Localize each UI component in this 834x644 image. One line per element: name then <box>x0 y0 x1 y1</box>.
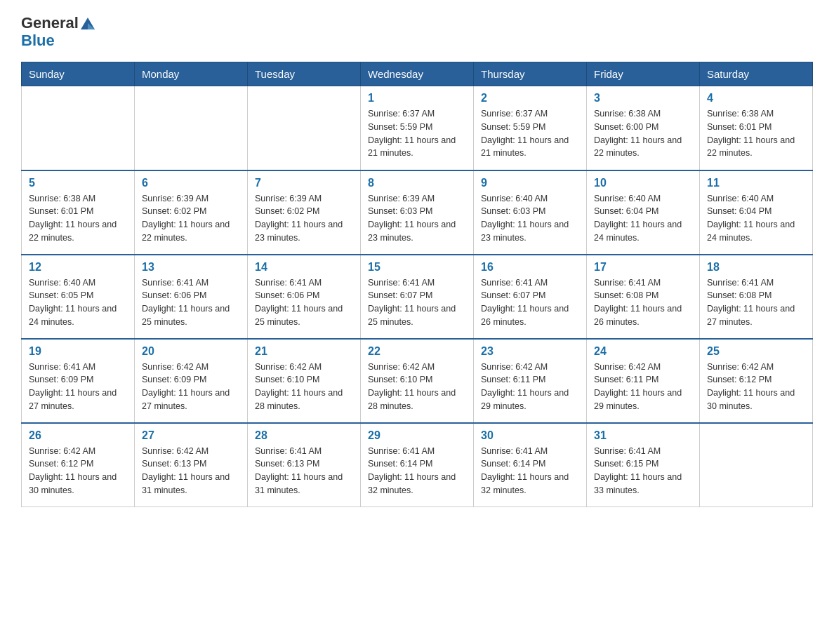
day-info: Sunrise: 6:41 AM Sunset: 6:14 PM Dayligh… <box>481 445 579 497</box>
day-info: Sunrise: 6:38 AM Sunset: 6:01 PM Dayligh… <box>707 107 805 160</box>
calendar-week-row: 12Sunrise: 6:40 AM Sunset: 6:05 PM Dayli… <box>22 255 813 339</box>
day-number: 7 <box>255 177 353 189</box>
day-info: Sunrise: 6:42 AM Sunset: 6:13 PM Dayligh… <box>142 445 240 497</box>
page-header: GeneralBlue <box>21 14 813 49</box>
day-info: Sunrise: 6:40 AM Sunset: 6:05 PM Dayligh… <box>29 276 127 329</box>
day-number: 9 <box>481 177 579 189</box>
calendar-cell: 21Sunrise: 6:42 AM Sunset: 6:10 PM Dayli… <box>248 339 361 423</box>
day-info: Sunrise: 6:40 AM Sunset: 6:03 PM Dayligh… <box>481 192 579 245</box>
day-info: Sunrise: 6:37 AM Sunset: 5:59 PM Dayligh… <box>481 107 579 160</box>
day-number: 23 <box>481 345 579 358</box>
calendar-cell <box>22 86 135 170</box>
day-info: Sunrise: 6:42 AM Sunset: 6:09 PM Dayligh… <box>142 361 240 413</box>
calendar-cell: 7Sunrise: 6:39 AM Sunset: 6:02 PM Daylig… <box>248 170 361 255</box>
day-info: Sunrise: 6:41 AM Sunset: 6:06 PM Dayligh… <box>142 276 240 329</box>
calendar-cell: 22Sunrise: 6:42 AM Sunset: 6:10 PM Dayli… <box>361 339 474 423</box>
calendar-header-row: SundayMondayTuesdayWednesdayThursdayFrid… <box>22 62 813 86</box>
day-number: 2 <box>481 92 579 105</box>
calendar-cell: 14Sunrise: 6:41 AM Sunset: 6:06 PM Dayli… <box>248 255 361 339</box>
day-info: Sunrise: 6:42 AM Sunset: 6:11 PM Dayligh… <box>481 361 579 413</box>
calendar-cell: 18Sunrise: 6:41 AM Sunset: 6:08 PM Dayli… <box>700 255 813 339</box>
calendar-cell <box>700 423 813 507</box>
calendar-cell: 6Sunrise: 6:39 AM Sunset: 6:02 PM Daylig… <box>135 170 248 255</box>
day-info: Sunrise: 6:41 AM Sunset: 6:08 PM Dayligh… <box>594 276 692 329</box>
day-info: Sunrise: 6:41 AM Sunset: 6:14 PM Dayligh… <box>368 445 466 497</box>
calendar-week-row: 26Sunrise: 6:42 AM Sunset: 6:12 PM Dayli… <box>22 423 813 507</box>
day-info: Sunrise: 6:39 AM Sunset: 6:02 PM Dayligh… <box>142 192 240 245</box>
day-number: 4 <box>707 92 805 105</box>
day-number: 13 <box>142 261 240 274</box>
day-header-wednesday: Wednesday <box>361 62 474 86</box>
calendar-cell: 31Sunrise: 6:41 AM Sunset: 6:15 PM Dayli… <box>587 423 700 507</box>
day-number: 18 <box>707 261 805 274</box>
day-number: 15 <box>368 261 466 274</box>
day-number: 12 <box>29 261 127 274</box>
calendar-cell: 12Sunrise: 6:40 AM Sunset: 6:05 PM Dayli… <box>22 255 135 339</box>
calendar-cell: 20Sunrise: 6:42 AM Sunset: 6:09 PM Dayli… <box>135 339 248 423</box>
calendar-cell: 4Sunrise: 6:38 AM Sunset: 6:01 PM Daylig… <box>700 86 813 170</box>
day-number: 29 <box>368 429 466 442</box>
day-info: Sunrise: 6:42 AM Sunset: 6:10 PM Dayligh… <box>368 361 466 413</box>
day-number: 31 <box>594 429 692 442</box>
day-number: 26 <box>29 429 127 442</box>
calendar-cell: 28Sunrise: 6:41 AM Sunset: 6:13 PM Dayli… <box>248 423 361 507</box>
day-number: 6 <box>142 177 240 189</box>
day-info: Sunrise: 6:41 AM Sunset: 6:06 PM Dayligh… <box>255 276 353 329</box>
calendar-cell: 16Sunrise: 6:41 AM Sunset: 6:07 PM Dayli… <box>474 255 587 339</box>
day-number: 22 <box>368 345 466 358</box>
calendar-cell: 30Sunrise: 6:41 AM Sunset: 6:14 PM Dayli… <box>474 423 587 507</box>
calendar-cell: 2Sunrise: 6:37 AM Sunset: 5:59 PM Daylig… <box>474 86 587 170</box>
day-number: 10 <box>594 177 692 189</box>
calendar-week-row: 5Sunrise: 6:38 AM Sunset: 6:01 PM Daylig… <box>22 170 813 255</box>
calendar-table: SundayMondayTuesdayWednesdayThursdayFrid… <box>21 62 813 507</box>
day-info: Sunrise: 6:39 AM Sunset: 6:02 PM Dayligh… <box>255 192 353 245</box>
day-info: Sunrise: 6:39 AM Sunset: 6:03 PM Dayligh… <box>368 192 466 245</box>
day-number: 19 <box>29 345 127 358</box>
calendar-cell: 13Sunrise: 6:41 AM Sunset: 6:06 PM Dayli… <box>135 255 248 339</box>
day-header-friday: Friday <box>587 62 700 86</box>
calendar-week-row: 19Sunrise: 6:41 AM Sunset: 6:09 PM Dayli… <box>22 339 813 423</box>
day-info: Sunrise: 6:41 AM Sunset: 6:09 PM Dayligh… <box>29 361 127 413</box>
calendar-cell: 24Sunrise: 6:42 AM Sunset: 6:11 PM Dayli… <box>587 339 700 423</box>
day-number: 25 <box>707 345 805 358</box>
day-header-sunday: Sunday <box>22 62 135 86</box>
calendar-cell: 3Sunrise: 6:38 AM Sunset: 6:00 PM Daylig… <box>587 86 700 170</box>
day-number: 17 <box>594 261 692 274</box>
day-info: Sunrise: 6:42 AM Sunset: 6:11 PM Dayligh… <box>594 361 692 413</box>
day-number: 16 <box>481 261 579 274</box>
calendar-cell: 23Sunrise: 6:42 AM Sunset: 6:11 PM Dayli… <box>474 339 587 423</box>
calendar-cell: 9Sunrise: 6:40 AM Sunset: 6:03 PM Daylig… <box>474 170 587 255</box>
day-info: Sunrise: 6:41 AM Sunset: 6:07 PM Dayligh… <box>368 276 466 329</box>
calendar-cell: 10Sunrise: 6:40 AM Sunset: 6:04 PM Dayli… <box>587 170 700 255</box>
logo-blue: Blue <box>21 32 97 49</box>
day-number: 1 <box>368 92 466 105</box>
day-number: 28 <box>255 429 353 442</box>
day-info: Sunrise: 6:41 AM Sunset: 6:08 PM Dayligh… <box>707 276 805 329</box>
calendar-cell: 29Sunrise: 6:41 AM Sunset: 6:14 PM Dayli… <box>361 423 474 507</box>
calendar-cell: 5Sunrise: 6:38 AM Sunset: 6:01 PM Daylig… <box>22 170 135 255</box>
day-number: 20 <box>142 345 240 358</box>
calendar-cell: 26Sunrise: 6:42 AM Sunset: 6:12 PM Dayli… <box>22 423 135 507</box>
calendar-cell: 17Sunrise: 6:41 AM Sunset: 6:08 PM Dayli… <box>587 255 700 339</box>
day-info: Sunrise: 6:42 AM Sunset: 6:12 PM Dayligh… <box>29 445 127 497</box>
calendar-cell: 1Sunrise: 6:37 AM Sunset: 5:59 PM Daylig… <box>361 86 474 170</box>
day-number: 3 <box>594 92 692 105</box>
calendar-cell: 27Sunrise: 6:42 AM Sunset: 6:13 PM Dayli… <box>135 423 248 507</box>
calendar-cell: 15Sunrise: 6:41 AM Sunset: 6:07 PM Dayli… <box>361 255 474 339</box>
day-info: Sunrise: 6:38 AM Sunset: 6:01 PM Dayligh… <box>29 192 127 245</box>
day-header-tuesday: Tuesday <box>248 62 361 86</box>
calendar-cell: 11Sunrise: 6:40 AM Sunset: 6:04 PM Dayli… <box>700 170 813 255</box>
day-info: Sunrise: 6:37 AM Sunset: 5:59 PM Dayligh… <box>368 107 466 160</box>
calendar-cell: 19Sunrise: 6:41 AM Sunset: 6:09 PM Dayli… <box>22 339 135 423</box>
calendar-cell: 25Sunrise: 6:42 AM Sunset: 6:12 PM Dayli… <box>700 339 813 423</box>
day-info: Sunrise: 6:40 AM Sunset: 6:04 PM Dayligh… <box>594 192 692 245</box>
day-header-saturday: Saturday <box>700 62 813 86</box>
day-info: Sunrise: 6:41 AM Sunset: 6:13 PM Dayligh… <box>255 445 353 497</box>
day-number: 8 <box>368 177 466 189</box>
day-number: 14 <box>255 261 353 274</box>
day-number: 11 <box>707 177 805 189</box>
logo-general: General <box>21 15 79 32</box>
logo: GeneralBlue <box>21 14 97 49</box>
day-info: Sunrise: 6:40 AM Sunset: 6:04 PM Dayligh… <box>707 192 805 245</box>
day-info: Sunrise: 6:38 AM Sunset: 6:00 PM Dayligh… <box>594 107 692 160</box>
